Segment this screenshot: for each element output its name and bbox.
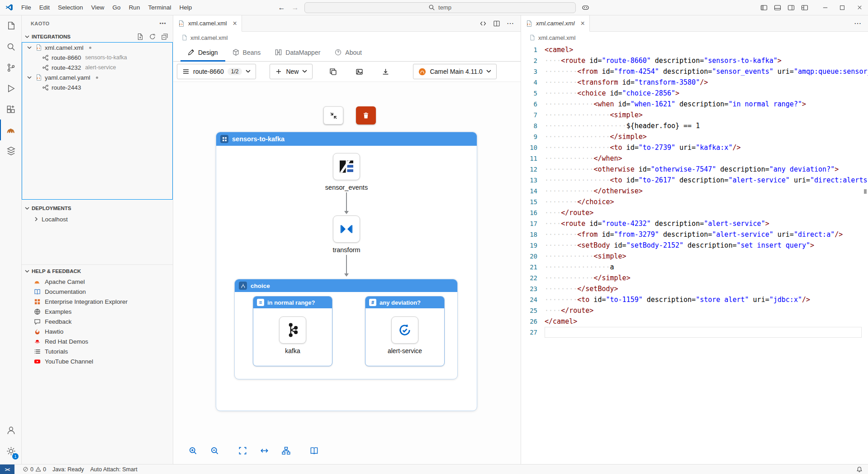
forward-button[interactable]: → <box>291 4 300 12</box>
code-line[interactable]: 14············</otherwise> <box>521 186 868 196</box>
fit-to-screen-button[interactable] <box>234 442 251 459</box>
help-item-documentation[interactable]: Documentation <box>22 287 173 297</box>
route-group-sensors-to-kafka[interactable]: sensors-to-kafka sensor_events <box>216 132 477 411</box>
breadcrumb[interactable]: xml.camel.xml <box>173 32 521 43</box>
help-item-red-hat-demos[interactable]: Red Hat Demos <box>22 336 173 346</box>
layout-sitemap-button[interactable] <box>277 442 294 459</box>
node-kafka[interactable]: kafka <box>279 316 306 354</box>
tree-file-item[interactable]: xml.camel.xml <box>22 43 172 53</box>
help-item-hawtio[interactable]: Hawtio <box>22 326 173 336</box>
code-line[interactable]: 16····</route> <box>521 207 868 218</box>
help-section-header[interactable]: HELP & FEEDBACK <box>22 266 173 277</box>
menu-file[interactable]: File <box>17 2 35 13</box>
code-line[interactable]: 26</camel> <box>521 316 868 327</box>
node-sensor-events[interactable]: sensor_events <box>325 153 368 191</box>
zoom-out-button[interactable] <box>206 442 223 459</box>
search-view-icon[interactable] <box>0 36 21 57</box>
code-line[interactable]: 2····<route id="route-8660" description=… <box>521 55 868 66</box>
deployments-view-icon[interactable] <box>0 140 21 161</box>
java-status[interactable]: Java: Ready <box>52 464 84 474</box>
kaoto-camel-icon[interactable] <box>0 120 21 140</box>
code-line[interactable]: 10················<to id="to-2739" uri="… <box>521 142 868 153</box>
help-item-examples[interactable]: Examples <box>22 306 173 316</box>
minimize-button[interactable] <box>816 0 834 15</box>
code-line[interactable]: 12············<otherwise id="otherwise-7… <box>521 164 868 175</box>
problems-status[interactable]: 0 0 <box>23 464 46 474</box>
collapse-all-icon[interactable] <box>161 33 168 40</box>
maximize-button[interactable] <box>834 0 851 15</box>
tab-xml-camel-xml-source[interactable]: xml.camel.xml × <box>521 15 590 32</box>
deployments-section-header[interactable]: DEPLOYMENTS <box>22 203 173 214</box>
node-alert-service[interactable]: alert-service <box>388 316 422 354</box>
code-line[interactable]: 24········<to id="to-1159" description="… <box>521 294 868 305</box>
open-source-code-icon[interactable] <box>479 20 487 27</box>
toggle-primary-sidebar-icon[interactable] <box>760 4 768 11</box>
code-line[interactable]: 22············</simple> <box>521 273 868 283</box>
tree-item-localhost[interactable]: Localhost <box>22 214 173 225</box>
run-debug-icon[interactable] <box>0 78 21 99</box>
breadcrumb-item[interactable]: xml.camel.xml <box>190 34 228 41</box>
code-line[interactable]: 9················</simple> <box>521 131 868 142</box>
auto-attach-status[interactable]: Auto Attach: Smart <box>90 464 137 474</box>
back-button[interactable]: ← <box>277 4 286 12</box>
close-icon[interactable]: × <box>581 19 585 28</box>
command-center-search[interactable]: temp <box>304 2 576 13</box>
code-line[interactable]: 27 <box>521 327 868 338</box>
tab-xml-camel-xml-design[interactable]: xml.camel.xml × <box>173 15 242 32</box>
code-line[interactable]: 19········<setBody id="setBody-2152" des… <box>521 240 868 251</box>
extensions-icon[interactable] <box>0 99 21 120</box>
code-line[interactable]: 21················a <box>521 262 868 273</box>
tree-file-item[interactable]: yaml.camel.yaml <box>22 72 172 82</box>
tree-route-item[interactable]: route-2443 <box>22 82 172 92</box>
menu-go[interactable]: Go <box>109 2 125 13</box>
menu-view[interactable]: View <box>87 2 109 13</box>
tree-route-item[interactable]: route-4232alert-service <box>22 62 172 72</box>
delete-group-button[interactable] <box>356 106 376 124</box>
copy-flow-button[interactable] <box>325 64 341 79</box>
code-line[interactable]: 11············</when> <box>521 153 868 164</box>
breadcrumb[interactable]: xml.camel.xml <box>521 32 868 43</box>
code-line[interactable]: 25····</route> <box>521 305 868 316</box>
customize-layout-icon[interactable] <box>801 4 808 11</box>
split-editor-icon[interactable] <box>493 20 500 27</box>
choice-container[interactable]: choice = in normal range? <box>234 279 458 379</box>
settings-gear-icon[interactable]: 1 <box>0 440 21 461</box>
code-line[interactable]: 4········<transform id="transform-3580"/… <box>521 77 868 88</box>
branch-otherwise[interactable]: # any deviation? <box>365 296 445 366</box>
code-line[interactable]: 15········</choice> <box>521 196 868 207</box>
code-line[interactable]: 7················<simple> <box>521 110 868 120</box>
close-button[interactable] <box>851 0 868 15</box>
menu-selection[interactable]: Selection <box>54 2 87 13</box>
explorer-icon[interactable] <box>0 15 21 36</box>
help-item-youtube-channel[interactable]: YouTube Channel <box>22 356 173 366</box>
integrations-section-header[interactable]: INTEGRATIONS <box>22 31 173 42</box>
export-image-button[interactable] <box>351 64 367 79</box>
copilot-icon[interactable] <box>580 2 591 13</box>
code-line[interactable]: 6············<when id="when-1621" descri… <box>521 99 868 110</box>
reset-view-button[interactable] <box>256 442 273 459</box>
code-line[interactable]: 18········<from id="from-3279" descripti… <box>521 229 868 240</box>
catalog-button[interactable] <box>305 442 323 459</box>
refresh-icon[interactable] <box>149 33 156 40</box>
more-actions-icon[interactable]: ⋯ <box>854 19 862 28</box>
menu-terminal[interactable]: Terminal <box>144 2 175 13</box>
breadcrumb-item[interactable]: xml.camel.xml <box>538 34 575 41</box>
download-button[interactable] <box>378 64 393 79</box>
toggle-secondary-sidebar-icon[interactable] <box>787 4 795 11</box>
menu-edit[interactable]: Edit <box>35 2 54 13</box>
otherwise-header[interactable]: # any deviation? <box>365 297 444 308</box>
tab-beans[interactable]: Beans <box>225 43 268 61</box>
tab-design[interactable]: Design <box>180 43 225 61</box>
code-line[interactable]: 1<camel> <box>521 44 868 55</box>
choice-header[interactable]: choice <box>235 279 457 292</box>
code-line[interactable]: 20············<simple> <box>521 251 868 262</box>
bell-icon[interactable] <box>856 466 863 473</box>
remote-indicator[interactable]: >< <box>0 464 14 474</box>
code-line[interactable]: 13················<to id="to-2617" descr… <box>521 175 868 186</box>
code-editor[interactable]: 1<camel>2····<route id="route-8660" desc… <box>521 43 868 464</box>
menu-help[interactable]: Help <box>175 2 196 13</box>
code-line[interactable]: 8····················${header.foo} == 1 <box>521 120 868 131</box>
design-canvas[interactable]: sensors-to-kafka sensor_events <box>173 82 521 464</box>
tree-route-item[interactable]: route-8660sensors-to-kafka <box>22 53 172 62</box>
collapse-group-button[interactable] <box>323 106 343 124</box>
